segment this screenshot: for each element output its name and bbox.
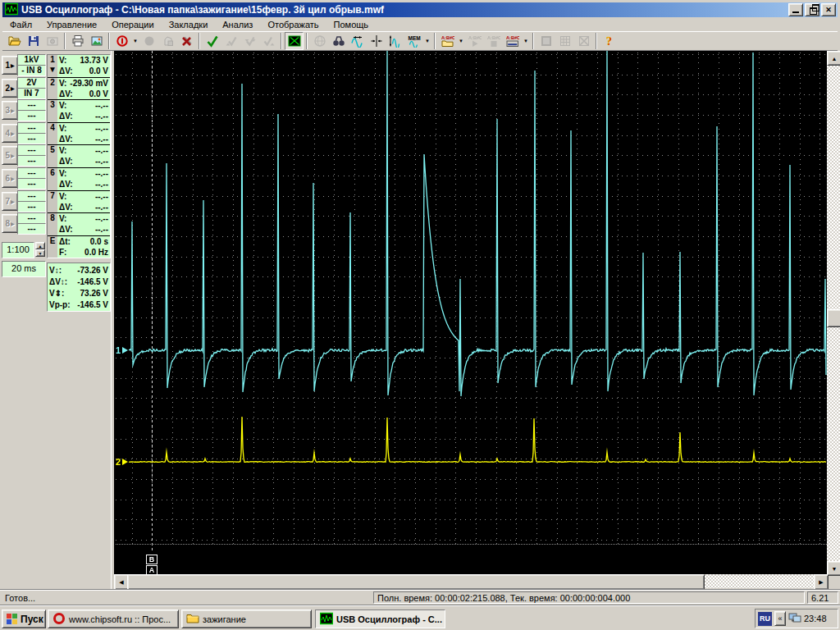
toolbar-separator <box>64 33 66 49</box>
channel-1-button[interactable]: 1▶ <box>2 56 18 75</box>
vertical-scrollbar[interactable]: ▲ ▼ <box>827 51 840 574</box>
channel-5-range[interactable]: --- <box>17 144 46 156</box>
wave-h-icon <box>351 34 364 48</box>
channel-8-button[interactable]: 8▶ <box>2 214 18 233</box>
abc-open-button[interactable]: A:B#C <box>438 32 457 50</box>
taskbar-clock[interactable]: 23:48 <box>804 614 827 623</box>
print-button[interactable] <box>68 32 87 50</box>
toolbar-separator <box>199 33 200 49</box>
power-button[interactable] <box>112 32 131 50</box>
mem-button[interactable]: MEM <box>404 32 423 50</box>
check-button[interactable] <box>203 32 221 50</box>
cursor-button[interactable] <box>367 32 386 50</box>
help-button[interactable]: ? <box>600 32 619 50</box>
probe-ratio-box[interactable]: 1:100 <box>2 242 34 258</box>
channel-1-range[interactable]: 1kV <box>17 54 46 66</box>
timebase-box[interactable]: 20 ms <box>2 261 46 277</box>
globe-button <box>310 32 329 50</box>
channel-6-button[interactable]: 6▶ <box>2 169 18 188</box>
channel-number: 3 <box>48 100 57 122</box>
title-bar[interactable]: USB Осциллограф - C:\Новая папка\зажиган… <box>2 2 838 17</box>
scroll-down-button[interactable]: ▼ <box>827 561 840 576</box>
taskbar-task-1[interactable]: www.chipsoft.ru :: Прос... <box>48 609 179 628</box>
save-button[interactable] <box>24 32 43 50</box>
channel-7-range[interactable]: --- <box>17 190 46 202</box>
scroll-right-button[interactable]: ▶ <box>814 574 829 590</box>
scroll-up-button[interactable]: ▲ <box>827 51 840 66</box>
help-icon: ? <box>603 34 616 48</box>
power-icon <box>116 34 129 48</box>
wave-h-button[interactable] <box>348 32 367 50</box>
channel-7-button[interactable]: 7▶ <box>2 192 18 211</box>
screen-button[interactable] <box>285 32 304 50</box>
menu-item-5[interactable]: Анализ <box>215 19 260 31</box>
open-button[interactable] <box>5 32 24 50</box>
channel-3-button[interactable]: 3▶ <box>2 101 18 120</box>
channel-8-range[interactable]: --- <box>17 212 46 224</box>
channel-2-button[interactable]: 2▶ <box>2 79 18 98</box>
svg-text:?: ? <box>606 35 612 48</box>
opera-icon <box>52 612 66 627</box>
channel-3-input[interactable]: --- <box>17 110 46 121</box>
channel-8-input[interactable]: --- <box>17 223 46 235</box>
menu-item-2[interactable]: Управление <box>39 19 104 31</box>
menu-item-6[interactable]: Отображать <box>260 19 326 31</box>
time-status-text: Полн. время: 00:00:02:215.088, Тек. врем… <box>377 593 630 603</box>
start-button[interactable]: Пуск <box>2 609 46 628</box>
ratio-spin-up[interactable]: ▲ <box>35 242 45 249</box>
channel-5-input[interactable]: --- <box>17 155 46 167</box>
image-button[interactable] <box>87 32 106 50</box>
menu-item-7[interactable]: Помощь <box>326 19 377 31</box>
channel-6-range[interactable]: --- <box>17 167 46 179</box>
channel-number: 5 <box>48 145 57 167</box>
power-dropdown[interactable]: ▼ <box>131 32 139 50</box>
wave-v-button[interactable] <box>386 32 404 50</box>
channel-7-input[interactable]: --- <box>17 201 46 212</box>
taskbar-task-3[interactable]: USB Осциллограф - C... <box>315 609 445 628</box>
hand-button <box>158 32 177 50</box>
abc-open-dropdown[interactable]: ▼ <box>457 32 465 50</box>
ratio-spin-down[interactable]: ▼ <box>35 249 45 257</box>
mem-dropdown[interactable]: ▼ <box>423 32 431 50</box>
channel-4-range[interactable]: --- <box>17 122 46 134</box>
globe-icon <box>313 34 326 48</box>
scope-canvas[interactable] <box>114 51 827 574</box>
toolbar: ▼MEM▼A:B#C▼A:B#CA:B#CA:B#C▼? <box>2 31 838 51</box>
taskbar-task-2[interactable]: зажигание <box>181 609 312 628</box>
window-title: USB Осциллограф - C:\Новая папка\зажиган… <box>21 4 384 16</box>
menu-item-1[interactable]: Файл <box>2 19 39 31</box>
language-indicator[interactable]: RU <box>758 612 772 626</box>
frame-x-button <box>574 32 593 50</box>
abc-panel-dropdown[interactable]: ▼ <box>522 32 530 50</box>
channel-6-readout: 6V:--.--ΔV:--.-- <box>48 168 110 191</box>
channel-number: 1▼ <box>48 55 57 77</box>
network-icon[interactable] <box>788 611 801 626</box>
menu-item-4[interactable]: Закладки <box>162 19 216 31</box>
horizontal-scrollbar[interactable]: ◀ ▶ <box>114 574 827 588</box>
channel-5-button[interactable]: 5▶ <box>2 146 18 165</box>
delete-button[interactable] <box>177 32 196 50</box>
folder-icon <box>186 612 199 627</box>
channel-6-input[interactable]: --- <box>17 178 46 189</box>
restore-button[interactable] <box>805 3 819 16</box>
export-image-icon <box>46 34 59 48</box>
restore-icon <box>810 7 817 15</box>
vertical-scroll-thumb[interactable] <box>827 309 840 327</box>
frame-x-icon <box>578 34 591 48</box>
horizontal-scroll-thumb[interactable] <box>127 574 705 590</box>
channel-number: 6 <box>48 168 57 190</box>
hand-icon <box>162 34 175 48</box>
minimize-button[interactable] <box>788 3 803 16</box>
channel-4-button[interactable]: 4▶ <box>2 124 18 143</box>
channel-4-input[interactable]: --- <box>17 133 46 144</box>
measurement-line-2: ΔV↕:-146.5 V <box>48 276 110 287</box>
menu-item-3[interactable]: Операции <box>104 19 161 31</box>
binoculars-button[interactable] <box>329 32 348 50</box>
channel-1-input[interactable]: - IN 8 <box>17 65 46 76</box>
channel-3-range[interactable]: --- <box>17 99 46 111</box>
close-button[interactable]: ✕ <box>821 3 836 16</box>
abc-panel-button[interactable]: A:B#C <box>503 32 522 50</box>
channel-2-input[interactable]: IN 7 <box>17 88 46 99</box>
channel-2-range[interactable]: 2V <box>17 77 46 89</box>
tray-collapse-button[interactable]: « <box>774 611 786 626</box>
